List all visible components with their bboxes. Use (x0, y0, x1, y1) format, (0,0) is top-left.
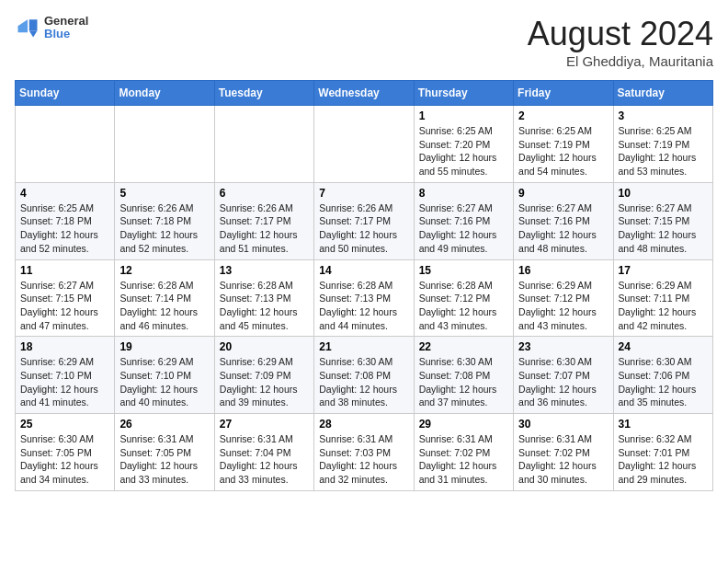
day-number: 28 (319, 418, 408, 431)
calendar-cell: 26Sunrise: 6:31 AMSunset: 7:05 PMDayligh… (115, 414, 214, 491)
calendar-cell: 22Sunrise: 6:30 AMSunset: 7:08 PMDayligh… (414, 337, 513, 414)
day-number: 2 (518, 109, 608, 122)
day-number: 22 (419, 340, 508, 353)
calendar-cell: 24Sunrise: 6:30 AMSunset: 7:06 PMDayligh… (613, 337, 712, 414)
day-info: Sunrise: 6:26 AMSunset: 7:17 PMDaylight:… (319, 201, 408, 256)
day-info: Sunrise: 6:25 AMSunset: 7:19 PMDaylight:… (518, 124, 608, 178)
calendar-cell: 10Sunrise: 6:27 AMSunset: 7:15 PMDayligh… (613, 182, 712, 259)
svg-marker-1 (29, 20, 38, 31)
day-info: Sunrise: 6:30 AMSunset: 7:08 PMDaylight:… (419, 355, 508, 409)
calendar-cell: 9Sunrise: 6:27 AMSunset: 7:16 PMDaylight… (514, 182, 613, 259)
day-number: 13 (220, 264, 309, 277)
logo-text-general: General (44, 15, 88, 28)
day-number: 9 (518, 187, 608, 200)
calendar-week-1: 1Sunrise: 6:25 AMSunset: 7:20 PMDaylight… (16, 106, 713, 183)
day-info: Sunrise: 6:27 AMSunset: 7:15 PMDaylight:… (20, 279, 109, 333)
month-title: August 2024 (528, 15, 713, 53)
day-info: Sunrise: 6:27 AMSunset: 7:15 PMDaylight:… (619, 201, 708, 256)
calendar-cell (16, 106, 115, 183)
day-info: Sunrise: 6:29 AMSunset: 7:09 PMDaylight:… (220, 355, 309, 409)
calendar-cell: 19Sunrise: 6:29 AMSunset: 7:10 PMDayligh… (115, 337, 214, 414)
calendar-week-2: 4Sunrise: 6:25 AMSunset: 7:18 PMDaylight… (16, 182, 713, 259)
day-number: 1 (419, 109, 508, 122)
calendar-cell: 8Sunrise: 6:27 AMSunset: 7:16 PMDaylight… (414, 182, 513, 259)
calendar-cell: 4Sunrise: 6:25 AMSunset: 7:18 PMDaylight… (16, 182, 115, 259)
day-info: Sunrise: 6:31 AMSunset: 7:02 PMDaylight:… (518, 432, 608, 487)
calendar-header-thursday: Thursday (414, 81, 513, 106)
calendar: SundayMondayTuesdayWednesdayThursdayFrid… (15, 80, 713, 491)
calendar-header-tuesday: Tuesday (214, 81, 313, 106)
title-block: August 2024 El Gheddiya, Mauritania (528, 15, 713, 69)
calendar-cell: 12Sunrise: 6:28 AMSunset: 7:14 PMDayligh… (115, 259, 214, 337)
day-number: 7 (319, 187, 408, 200)
calendar-cell: 17Sunrise: 6:29 AMSunset: 7:11 PMDayligh… (613, 259, 712, 337)
day-number: 12 (119, 264, 209, 277)
calendar-cell (314, 106, 414, 183)
calendar-cell: 30Sunrise: 6:31 AMSunset: 7:02 PMDayligh… (514, 414, 613, 491)
day-number: 16 (518, 264, 608, 277)
day-number: 23 (518, 340, 608, 353)
day-info: Sunrise: 6:25 AMSunset: 7:19 PMDaylight:… (619, 124, 708, 178)
calendar-week-4: 18Sunrise: 6:29 AMSunset: 7:10 PMDayligh… (16, 337, 713, 414)
calendar-header-friday: Friday (514, 81, 613, 106)
calendar-cell: 28Sunrise: 6:31 AMSunset: 7:03 PMDayligh… (314, 414, 414, 491)
logo-text-blue: Blue (44, 28, 88, 40)
day-info: Sunrise: 6:30 AMSunset: 7:07 PMDaylight:… (518, 355, 608, 409)
calendar-cell: 25Sunrise: 6:30 AMSunset: 7:05 PMDayligh… (16, 414, 115, 491)
day-info: Sunrise: 6:26 AMSunset: 7:17 PMDaylight:… (220, 201, 309, 256)
day-info: Sunrise: 6:32 AMSunset: 7:01 PMDaylight:… (619, 432, 708, 487)
day-info: Sunrise: 6:30 AMSunset: 7:06 PMDaylight:… (619, 355, 708, 409)
calendar-cell: 11Sunrise: 6:27 AMSunset: 7:15 PMDayligh… (16, 259, 115, 337)
day-number: 11 (20, 264, 109, 277)
calendar-cell: 5Sunrise: 6:26 AMSunset: 7:18 PMDaylight… (115, 182, 214, 259)
day-info: Sunrise: 6:28 AMSunset: 7:12 PMDaylight:… (419, 279, 508, 333)
day-info: Sunrise: 6:27 AMSunset: 7:16 PMDaylight:… (419, 201, 508, 256)
day-info: Sunrise: 6:26 AMSunset: 7:18 PMDaylight:… (119, 201, 209, 256)
day-number: 20 (220, 340, 309, 353)
day-info: Sunrise: 6:25 AMSunset: 7:18 PMDaylight:… (20, 201, 109, 256)
day-info: Sunrise: 6:31 AMSunset: 7:05 PMDaylight:… (119, 432, 209, 487)
logo: General Blue (15, 15, 88, 41)
calendar-cell: 18Sunrise: 6:29 AMSunset: 7:10 PMDayligh… (16, 337, 115, 414)
header: General Blue August 2024 El Gheddiya, Ma… (15, 15, 713, 69)
day-number: 24 (619, 340, 708, 353)
calendar-cell: 3Sunrise: 6:25 AMSunset: 7:19 PMDaylight… (613, 106, 712, 183)
day-info: Sunrise: 6:28 AMSunset: 7:13 PMDaylight:… (220, 279, 309, 333)
day-info: Sunrise: 6:31 AMSunset: 7:03 PMDaylight:… (319, 432, 408, 487)
day-number: 27 (220, 418, 309, 431)
day-info: Sunrise: 6:25 AMSunset: 7:20 PMDaylight:… (419, 124, 508, 178)
day-number: 15 (419, 264, 508, 277)
calendar-cell: 31Sunrise: 6:32 AMSunset: 7:01 PMDayligh… (613, 414, 712, 491)
day-info: Sunrise: 6:29 AMSunset: 7:11 PMDaylight:… (619, 279, 708, 333)
calendar-header-monday: Monday (115, 81, 214, 106)
logo-icon (15, 15, 40, 40)
calendar-cell: 15Sunrise: 6:28 AMSunset: 7:12 PMDayligh… (414, 259, 513, 337)
day-number: 6 (220, 187, 309, 200)
day-info: Sunrise: 6:28 AMSunset: 7:14 PMDaylight:… (119, 279, 209, 333)
calendar-header-row: SundayMondayTuesdayWednesdayThursdayFrid… (16, 81, 713, 106)
day-number: 14 (319, 264, 408, 277)
day-number: 4 (20, 187, 109, 200)
calendar-cell: 16Sunrise: 6:29 AMSunset: 7:12 PMDayligh… (514, 259, 613, 337)
calendar-cell: 2Sunrise: 6:25 AMSunset: 7:19 PMDaylight… (514, 106, 613, 183)
calendar-week-5: 25Sunrise: 6:30 AMSunset: 7:05 PMDayligh… (16, 414, 713, 491)
logo-text: General Blue (44, 15, 88, 41)
day-number: 25 (20, 418, 109, 431)
day-info: Sunrise: 6:29 AMSunset: 7:10 PMDaylight:… (20, 355, 109, 409)
calendar-cell: 1Sunrise: 6:25 AMSunset: 7:20 PMDaylight… (414, 106, 513, 183)
calendar-cell: 23Sunrise: 6:30 AMSunset: 7:07 PMDayligh… (514, 337, 613, 414)
day-info: Sunrise: 6:29 AMSunset: 7:10 PMDaylight:… (119, 355, 209, 409)
day-number: 26 (119, 418, 209, 431)
calendar-cell: 7Sunrise: 6:26 AMSunset: 7:17 PMDaylight… (314, 182, 414, 259)
day-number: 19 (119, 340, 209, 353)
calendar-cell: 13Sunrise: 6:28 AMSunset: 7:13 PMDayligh… (214, 259, 313, 337)
calendar-header-wednesday: Wednesday (314, 81, 414, 106)
day-number: 30 (518, 418, 608, 431)
calendar-cell: 20Sunrise: 6:29 AMSunset: 7:09 PMDayligh… (214, 337, 313, 414)
day-info: Sunrise: 6:27 AMSunset: 7:16 PMDaylight:… (518, 201, 608, 256)
calendar-header-sunday: Sunday (16, 81, 115, 106)
calendar-cell (214, 106, 313, 183)
day-number: 5 (119, 187, 209, 200)
day-number: 8 (419, 187, 508, 200)
day-number: 10 (619, 187, 708, 200)
